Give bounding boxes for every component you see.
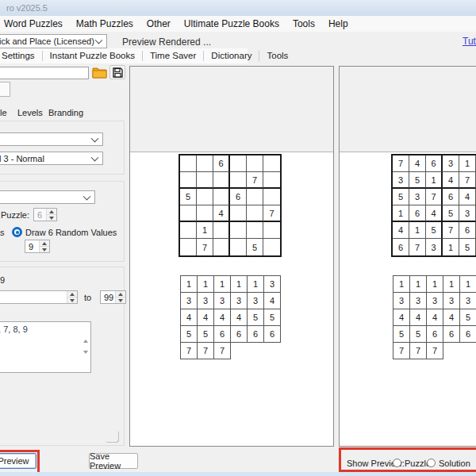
grid-cell: 1 (181, 276, 198, 293)
puzzle-preview-page: 675647175 111113333334444455556666777 (130, 152, 333, 446)
scroll-down-icon[interactable] (83, 354, 88, 368)
grid-cell: 3 (264, 276, 281, 293)
grid-cell: 5 (459, 239, 476, 255)
grid-cell (230, 172, 247, 189)
chevron-down-icon (91, 153, 99, 161)
tab-instant-puzzle-books[interactable]: Instant Puzzle Books (43, 51, 143, 61)
spinner-arrows[interactable] (67, 291, 77, 303)
grid-cell: 3 (410, 293, 427, 309)
spinner-arrows[interactable] (46, 209, 56, 221)
menu-math-puzzles[interactable]: Math Puzzles (76, 18, 133, 29)
grid-cell (230, 222, 247, 239)
number-list-grid: 111113333334444455556666777 (393, 275, 476, 359)
module-select-value: ick and Place (Licensed) (0, 36, 94, 46)
grid-cell: 6 (393, 239, 409, 255)
spinner-arrows[interactable] (39, 240, 49, 252)
grid-cell (180, 205, 197, 222)
grid-cell: 3 (426, 239, 443, 255)
preview-button[interactable]: Preview (0, 453, 36, 469)
menu-other[interactable]: Other (147, 18, 171, 29)
style-select[interactable] (0, 132, 103, 146)
settings-sidebar: le Levels Branding l 3 - Normal Puzzle: … (0, 63, 129, 448)
scroll-up-icon[interactable] (83, 326, 88, 340)
grid-cell: 7 (197, 239, 213, 255)
spinner-arrows[interactable] (115, 291, 125, 303)
range-max-spinner[interactable]: 99 (100, 290, 126, 304)
grid-cell: 1 (409, 222, 426, 239)
spinner-up-icon[interactable] (39, 240, 49, 246)
module-select[interactable]: ick and Place (Licensed) (0, 34, 107, 48)
grid-cell: 1 (248, 276, 264, 293)
values-spinner[interactable]: 9 (25, 240, 50, 253)
spinner-up-icon[interactable] (115, 291, 125, 297)
grid-cell: 3 (393, 172, 409, 189)
subtab-branding[interactable]: Branding (48, 108, 83, 117)
grid-cell: 6 (231, 326, 248, 343)
grid-cell: 1 (214, 276, 231, 293)
grid-cell: 4 (426, 205, 443, 222)
grid-cell: 3 (231, 293, 248, 309)
grid-cell: 1 (460, 276, 476, 293)
menu-tools[interactable]: Tools (293, 18, 315, 29)
level-select-value: l 3 - Normal (0, 154, 44, 163)
puzzle-count-label: Puzzle: (0, 210, 29, 220)
puzzle-radio[interactable] (393, 459, 401, 467)
grid-cell: 5 (409, 172, 426, 189)
tab-dictionary[interactable]: Dictionary (204, 51, 259, 61)
grid-cell: 5 (248, 309, 264, 326)
grid-cell: 6 (459, 222, 476, 239)
puzzle-preview-panel: 675647175 111113333334444455556666777 (129, 66, 334, 447)
grid-cell (213, 239, 230, 255)
grid-cell: 4 (427, 309, 443, 326)
solution-preview-page: 746313514753764164534157667315 111113333… (340, 152, 476, 446)
subtab-puzzle-fragment[interactable]: le (0, 108, 7, 117)
tab-settings[interactable]: Settings (0, 51, 43, 61)
tutorial-link[interactable]: Tuto (463, 36, 476, 47)
spinner-down-icon[interactable] (115, 297, 125, 303)
draw-random-values-radio[interactable] (12, 227, 22, 237)
grid-cell: 1 (410, 276, 427, 293)
grid-cell (247, 155, 263, 172)
save-button[interactable] (109, 65, 125, 79)
grid-cell (247, 205, 263, 222)
grid-cell: 3 (409, 189, 426, 205)
status-text: Preview Rendered ... (122, 36, 211, 48)
solution-preview-panel: 746313514753764164534157667315 111113333… (339, 66, 476, 447)
clipped-toolbar-button[interactable] (0, 82, 10, 97)
save-preview-button[interactable]: Save Preview (89, 453, 138, 469)
tab-time-saver[interactable]: Time Saver (143, 51, 204, 61)
grid-cell: 7 (247, 172, 263, 189)
grid-cell: 7 (459, 172, 476, 189)
values-listbox[interactable]: 6, 7, 8, 9 (0, 321, 91, 373)
open-folder-button[interactable] (90, 65, 109, 79)
spinner-down-icon[interactable] (39, 246, 49, 252)
tab-tools[interactable]: Tools (259, 51, 295, 61)
file-path-input[interactable] (0, 67, 89, 79)
spinner-up-icon[interactable] (67, 291, 77, 297)
level-select[interactable]: l 3 - Normal (0, 152, 103, 165)
grid-cell: 6 (214, 326, 231, 343)
menu-ultimate-puzzle-books[interactable]: Ultimate Puzzle Books (184, 18, 279, 29)
grid-cell: 4 (264, 293, 281, 309)
grid-cell (247, 222, 263, 239)
menu-word-puzzles[interactable]: Word Puzzles (4, 18, 63, 29)
subtab-levels[interactable]: Levels (17, 108, 43, 117)
spinner-down-icon[interactable] (67, 297, 77, 303)
spinner-up-icon[interactable] (46, 209, 56, 214)
solution-radio[interactable] (427, 459, 436, 467)
grid-cell: 5 (410, 326, 427, 343)
solution-radio-label[interactable]: Solution (439, 459, 470, 468)
grid-cell (230, 205, 247, 222)
draw-random-values-label[interactable]: Draw 6 Random Values (25, 228, 117, 237)
spinner-down-icon[interactable] (46, 214, 56, 221)
puzzle-type-select[interactable] (0, 190, 95, 204)
groupbox-corner-decoration (112, 436, 119, 443)
grid-cell: 4 (443, 309, 460, 326)
menu-help[interactable]: Help (328, 18, 348, 29)
grid-cell: 4 (393, 309, 410, 326)
save-preview-button-label: Save Preview (90, 451, 137, 470)
grid-cell: 4 (443, 172, 459, 189)
sudoku-solution-grid: 746313514753764164534157667315 (391, 154, 476, 257)
range-min-spinner[interactable] (0, 290, 78, 304)
puzzle-count-spinner[interactable]: 6 (33, 208, 57, 221)
